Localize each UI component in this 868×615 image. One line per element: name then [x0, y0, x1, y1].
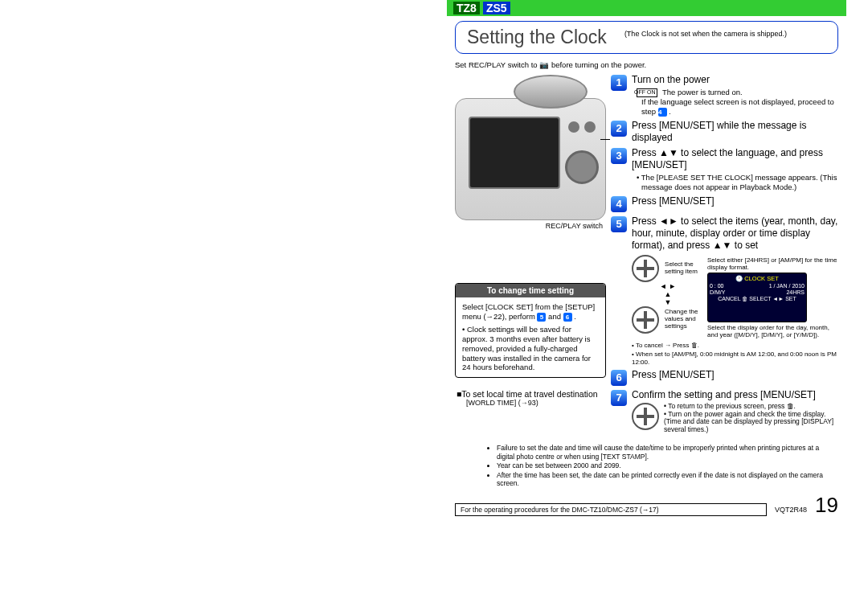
step-7: 7 Confirm the setting and press [MENU/SE…	[611, 389, 838, 434]
change-time-header: To change time setting	[456, 284, 605, 297]
step-5-sub2: • When set to [AM/PM], 0:00 midnight is …	[632, 351, 838, 365]
precondition: Set REC/PLAY switch to 📷 before turning …	[455, 60, 838, 69]
step-6: 6 Press [MENU/SET]	[611, 369, 838, 386]
switch-label: REC/PLAY switch	[455, 222, 603, 230]
travel-title: ■To set local time at travel destination	[457, 389, 598, 399]
step-7-sub2: • Turn on the power again and check the …	[664, 411, 838, 434]
change-time-box: To change time setting Select [CLOCK SET…	[455, 283, 606, 378]
step-4-title: Press [MENU/SET]	[632, 195, 838, 207]
step-ref-6: 6	[563, 313, 572, 322]
step-1-title: Turn on the power	[632, 74, 710, 85]
camera-buttons-icon	[568, 121, 596, 133]
step-ref-4: 4	[658, 108, 667, 117]
change-time-bullet: • Clock settings will be saved for appro…	[462, 325, 599, 372]
step-1: 1 Turn on the power OFF ON The power is …	[611, 74, 838, 117]
step-5-title: Press ◄► to select the items (year, mont…	[632, 215, 837, 251]
step-5: 5 Press ◄► to select the items (year, mo…	[611, 215, 838, 252]
left-column: REC/PLAY switch To change time setting S…	[455, 74, 606, 437]
step-num-6: 6	[611, 370, 627, 386]
step-4: 4 Press [MENU/SET]	[611, 195, 838, 212]
title-box: Setting the Clock (The Clock is not set …	[455, 21, 838, 54]
note-3: After the time has been set, the date ca…	[497, 471, 838, 488]
step-5-extra: Select the setting item ◄ ►▲▼ Change the…	[632, 255, 838, 366]
precond-b: before turning on the power.	[551, 60, 646, 69]
dpad-ud-icon	[632, 306, 659, 334]
model-tz8: TZ8	[453, 2, 480, 14]
camera-illustration	[455, 98, 606, 220]
step-3-sub: • The [PLEASE SET THE CLOCK] message app…	[641, 173, 838, 192]
footer: For the operating procedures for the DMC…	[455, 493, 838, 518]
model-bar: TZ8ZS5	[447, 0, 846, 16]
step-3: 3 Press ▲▼ to select the language, and p…	[611, 147, 838, 192]
title-note: (The Clock is not set when the camera is…	[618, 22, 793, 53]
camera-lens-icon	[514, 75, 588, 109]
step-1-sub: OFF ON The power is turned on. If the la…	[641, 88, 838, 117]
dpad-icon	[632, 403, 659, 430]
camera-icon: 📷	[539, 60, 549, 69]
step-5-cap2: Select the display order for the day, mo…	[707, 324, 838, 338]
model-zs5: ZS5	[483, 2, 510, 14]
step-num-5: 5	[611, 216, 627, 232]
dpad-lr-label: Select the setting item	[665, 261, 702, 276]
step-7-title: Confirm the setting and press [MENU/SET]	[632, 389, 816, 400]
lcd-preview: 🕐 CLOCK SET 0 : 001 / JAN / 2010 D/M/Y24…	[707, 273, 807, 322]
note-2: Year can be set between 2000 and 2099.	[497, 461, 838, 470]
step-3-title: Press ▲▼ to select the language, and pre…	[632, 147, 823, 170]
step-5-sub1: • To cancel → Press 🗑.	[632, 342, 838, 349]
steps-column: 1 Turn on the power OFF ON The power is …	[611, 74, 838, 437]
travel-ref: [WORLD TIME] (→93)	[466, 399, 606, 407]
page-title: Setting the Clock	[456, 22, 618, 53]
footnotes: Failure to set the date and time will ca…	[455, 444, 838, 488]
manual-page: TZ8ZS5 Setting the Clock (The Clock is n…	[447, 0, 846, 527]
operating-note: For the operating procedures for the DMC…	[455, 503, 767, 516]
dpad-ud-label: Change the values and settings	[665, 309, 702, 330]
step-num-7: 7	[611, 390, 627, 406]
page-number: 19	[815, 493, 838, 518]
camera-dpad-icon	[565, 150, 599, 184]
step-6-title: Press [MENU/SET]	[632, 369, 838, 381]
step-num-4: 4	[611, 196, 627, 212]
step-ref-5: 5	[537, 313, 546, 322]
step-num-1: 1	[611, 75, 627, 91]
dpad-lr-icon	[632, 255, 659, 282]
precond-a: Set REC/PLAY switch to	[455, 60, 539, 69]
step-2-title: Press [MENU/SET] while the message is di…	[632, 120, 838, 144]
step-2: 2 Press [MENU/SET] while the message is …	[611, 120, 838, 144]
doc-id: VQT2R48	[775, 506, 807, 514]
step-num-3: 3	[611, 148, 627, 164]
step-5-cap1: Select either [24HRS] or [AM/PM] for the…	[707, 256, 838, 271]
off-on-icon: OFF ON	[637, 88, 657, 97]
travel-section: ■To set local time at travel destination…	[457, 389, 606, 407]
note-1: Failure to set the date and time will ca…	[497, 444, 838, 461]
camera-screen-icon	[469, 117, 560, 189]
change-time-body: Select [CLOCK SET] from the [SETUP] menu…	[456, 297, 605, 377]
step-num-2: 2	[611, 121, 627, 137]
